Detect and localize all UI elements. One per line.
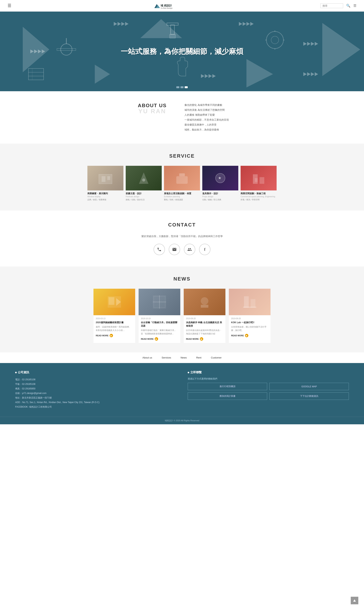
- svg-marker-21: [38, 50, 41, 53]
- footer-company-title: 公司資訊: [15, 371, 176, 374]
- svg-marker-4: [114, 22, 117, 26]
- svg-rect-72: [243, 307, 256, 308]
- footer-main: 公司資訊 電話：02-29185108 平板：02-29185108 傳真：02…: [0, 363, 364, 417]
- svg-marker-44: [201, 74, 204, 78]
- svg-rect-50: [102, 176, 105, 182]
- news-card-title-2: 全台首輛「行動綠方舟」回收服塑變花器: [141, 321, 178, 328]
- footer-btn-schedule[interactable]: 進行行程預審請: [188, 383, 267, 390]
- service-card-title-3: 展場及公眾活動規劃・佈置: [164, 192, 200, 195]
- footer-nav: About us Services News Rent Customer: [0, 352, 364, 363]
- service-card-4[interactable]: ★ 道具製作・設計 Props design 生動／細緻／匠心演典: [202, 166, 238, 201]
- read-more-arrow-1: ▶: [110, 334, 113, 337]
- service-card-1[interactable]: 商業櫥窗・展示陳列 Window display 品牌／創意／視覺傳達: [87, 166, 123, 201]
- news-read-more-3[interactable]: READ MORE ▶: [186, 337, 223, 341]
- hero-dot-1[interactable]: [176, 86, 179, 88]
- about-section: ABOUT US YU RAN 像光的變化 為城市帶來不同的畫貌 城市的演進 為…: [0, 91, 364, 144]
- svg-rect-60: [255, 178, 258, 182]
- news-card-desc-4: 台初剪角如達，樓上你的泡絮不涼行手握，旅行吧。: [231, 325, 268, 332]
- footer-copyright: 域然設計 © 2020 All Rights Reserved: [165, 419, 199, 422]
- service-card-5[interactable]: 商業空間規劃・裝修工程 Commercial space planning, E…: [241, 166, 277, 201]
- footer-col-contact: 立即聯繫 透過以下方式選擇的聯絡我們 進行行程預審請 GOOGLE MAP 察詢…: [188, 371, 349, 409]
- service-section: SERVICE 商業櫥窗・展示陳列 Window display 品牌／創意／視…: [0, 144, 364, 211]
- service-card-title-5: 商業空間規劃・裝修工程: [241, 192, 277, 195]
- about-line-3: 人的遷移 海獸絲帶來了彩愛: [184, 112, 229, 117]
- contact-title: CONTACT: [8, 222, 356, 228]
- svg-marker-42: [315, 72, 318, 76]
- service-card-title-4: 道具製作・設計: [202, 192, 238, 195]
- site-logo[interactable]: 域 然設計 Yu Ran Design: [153, 2, 179, 9]
- svg-marker-16: [311, 42, 314, 46]
- svg-marker-9: [239, 22, 242, 26]
- news-read-more-1[interactable]: READ MORE ▶: [96, 334, 133, 337]
- footer-btn-consult[interactable]: 察詢亦與計算書: [188, 392, 267, 400]
- news-date-3: 2019-09-20: [186, 318, 223, 320]
- news-date-2: 2019-10-19: [141, 318, 178, 320]
- news-card-desc-1: 嘉阿：這篇持格美術館一系列組裝棒、有客包溶著老錢及大大小小的…: [96, 325, 133, 332]
- news-read-more-2[interactable]: READ MORE ▶: [141, 337, 178, 341]
- service-img-2: [126, 166, 162, 190]
- footer-dot: [15, 372, 17, 373]
- svg-rect-54: [176, 176, 188, 184]
- hamburger-menu[interactable]: ☰: [8, 3, 11, 8]
- svg-marker-13: [322, 23, 360, 76]
- footer-facebook: FACEBOOK: 域然設計工程有限公司: [15, 405, 176, 409]
- svg-marker-48: [95, 65, 110, 84]
- phone-icon-btn[interactable]: [154, 244, 165, 255]
- service-card-tags-3: 聚焦／剖析／創造議題: [164, 199, 200, 201]
- service-card-2[interactable]: 節慶主題・設計 Festivals design 創稿／生動／真好生活: [126, 166, 162, 201]
- footer-email: 信箱：yr71.design@gmail.com: [15, 391, 176, 396]
- service-card-en-1: Window display: [87, 196, 123, 198]
- service-card-tags-4: 生動／細緻／匠心演典: [202, 199, 238, 201]
- read-more-arrow-4: ▶: [245, 334, 248, 337]
- footer-nav-about[interactable]: About us: [142, 356, 152, 359]
- about-line-5: 最佳優質且典雅中，人的享受: [184, 122, 229, 127]
- footer-nav-customer[interactable]: Customer: [211, 356, 221, 359]
- contact-icons: f: [8, 244, 356, 255]
- search-input[interactable]: [320, 3, 343, 8]
- service-img-3: [164, 166, 200, 190]
- user-icon[interactable]: ☰: [353, 4, 356, 8]
- news-img-placeholder-3: [184, 289, 225, 315]
- svg-rect-27: [167, 23, 178, 25]
- hero-dots: [176, 86, 188, 88]
- service-img-1: [87, 166, 123, 190]
- svg-rect-28: [170, 34, 175, 38]
- service-card-tags-2: 創稿／生動／真好生活: [126, 199, 162, 201]
- footer-nav-news[interactable]: News: [181, 356, 187, 359]
- news-card-3: 2019-09-20 冰晶海鮮并 钟義 台北信義新光店 美食裝演 以日本嘉出創出…: [184, 289, 225, 343]
- news-card-body-4: 2019-09-20 KOK Lab 一起旅行吧!! 台初剪角如達，樓上你的泡絮…: [229, 315, 271, 340]
- about-subtitle: YU RAN: [135, 108, 169, 115]
- svg-marker-39: [303, 72, 307, 76]
- hero-dot-2[interactable]: [181, 86, 183, 88]
- svg-marker-43: [247, 59, 273, 87]
- news-img-placeholder-4: [229, 289, 271, 315]
- svg-marker-10: [243, 22, 246, 26]
- group-icon-btn[interactable]: [184, 244, 195, 255]
- service-img-4: ★: [202, 166, 238, 190]
- navbar: ☰ 域 然設計 Yu Ran Design 🔍 ☰: [0, 0, 364, 12]
- svg-rect-26: [171, 25, 174, 34]
- facebook-icon-btn[interactable]: f: [199, 244, 210, 255]
- footer-contact-label: 透過以下方式選擇的聯絡我們: [188, 377, 349, 381]
- mail-icon-btn[interactable]: [169, 244, 180, 255]
- footer-btn-download[interactable]: 下下位計劃後資訊: [269, 392, 349, 400]
- footer-btn-googlemap[interactable]: GOOGLE MAP: [269, 383, 349, 390]
- footer-nav-rent[interactable]: Rent: [196, 356, 201, 359]
- service-card-en-3: Exhibition planning: [164, 196, 200, 198]
- svg-marker-52: [139, 172, 148, 184]
- svg-text:域 然設計: 域 然設計: [160, 4, 172, 7]
- contact-desc: 樂於突破自我，大膽創新，堅持著「找勒你所不能」的品牌精神與工作哲學: [8, 235, 356, 238]
- hero-dot-3[interactable]: [185, 86, 188, 88]
- search-icon[interactable]: 🔍: [346, 4, 350, 8]
- svg-marker-7: [125, 22, 129, 26]
- footer-nav-services[interactable]: Services: [162, 356, 171, 359]
- news-date-4: 2019-09-20: [231, 318, 268, 320]
- svg-point-68: [201, 297, 208, 305]
- service-card-3[interactable]: 展場及公眾活動規劃・佈置 Exhibition planning 聚焦／剖析／創…: [164, 166, 200, 201]
- news-read-more-4[interactable]: READ MORE ▶: [231, 334, 268, 337]
- hero-section: 一站式服務，為你把關細節，減少麻煩: [0, 12, 364, 91]
- footer-fax2: 傳真：02-29185850: [15, 386, 176, 391]
- svg-rect-71: [251, 299, 255, 308]
- footer-phone: 電話：02-29185108: [15, 377, 176, 382]
- svg-rect-51: [107, 176, 110, 180]
